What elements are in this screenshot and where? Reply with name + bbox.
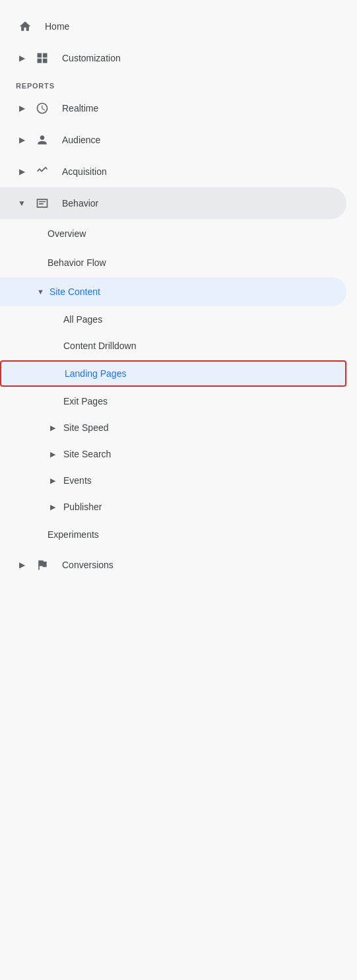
sub-item-exit-pages[interactable]: Exit Pages <box>0 388 346 414</box>
sub-item-events[interactable]: ▶ Events <box>0 467 346 494</box>
site-content-label: Site Content <box>49 286 100 297</box>
nav-item-acquisition[interactable]: ▶ Acquisition <box>0 156 346 187</box>
conversions-icon <box>33 556 51 574</box>
behavior-icon <box>33 194 51 212</box>
sub-item-site-content[interactable]: ▼ Site Content <box>0 277 346 306</box>
nav-item-home[interactable]: Home <box>0 11 346 42</box>
sub-item-all-pages[interactable]: All Pages <box>0 306 346 333</box>
publisher-chevron: ▶ <box>48 502 58 512</box>
navigation: Home ▶ Customization REPORTS ▶ Realtime … <box>0 0 357 591</box>
home-icon <box>16 17 34 36</box>
publisher-label: Publisher <box>63 502 102 512</box>
site-search-chevron: ▶ <box>48 449 58 459</box>
audience-icon <box>33 131 51 149</box>
behavior-flow-label: Behavior Flow <box>48 257 106 268</box>
exit-pages-label: Exit Pages <box>63 396 108 407</box>
nav-item-customization[interactable]: ▶ Customization <box>0 42 346 74</box>
acquisition-icon <box>33 162 51 181</box>
sub-item-landing-pages[interactable]: Landing Pages <box>0 360 346 387</box>
customization-label: Customization <box>62 53 121 63</box>
behavior-chevron: ▼ <box>16 197 28 209</box>
events-chevron: ▶ <box>48 475 58 486</box>
events-label: Events <box>63 475 92 486</box>
behavior-label: Behavior <box>62 198 98 209</box>
conversions-label: Conversions <box>62 560 114 570</box>
nav-item-audience[interactable]: ▶ Audience <box>0 124 346 156</box>
overview-label: Overview <box>48 228 86 239</box>
sub-item-publisher[interactable]: ▶ Publisher <box>0 494 346 520</box>
experiments-label: Experiments <box>48 529 99 540</box>
nav-item-behavior[interactable]: ▼ Behavior <box>0 187 346 219</box>
site-content-chevron: ▼ <box>37 288 44 296</box>
nav-item-realtime[interactable]: ▶ Realtime <box>0 92 346 124</box>
nav-item-conversions[interactable]: ▶ Conversions <box>0 549 346 581</box>
audience-label: Audience <box>62 135 100 145</box>
home-label: Home <box>45 21 69 32</box>
all-pages-label: All Pages <box>63 314 102 325</box>
sub-item-content-drilldown[interactable]: Content Drilldown <box>0 333 346 359</box>
site-speed-label: Site Speed <box>63 422 109 433</box>
site-speed-chevron: ▶ <box>48 422 58 433</box>
content-drilldown-label: Content Drilldown <box>63 341 137 351</box>
customization-chevron: ▶ <box>16 52 28 64</box>
acquisition-label: Acquisition <box>62 166 107 177</box>
sub-item-behavior-flow[interactable]: Behavior Flow <box>0 248 346 277</box>
realtime-icon <box>33 99 51 117</box>
reports-section-label: REPORTS <box>0 74 357 92</box>
sub-item-site-speed[interactable]: ▶ Site Speed <box>0 414 346 441</box>
site-search-label: Site Search <box>63 449 111 459</box>
realtime-chevron: ▶ <box>16 102 28 114</box>
sub-item-site-search[interactable]: ▶ Site Search <box>0 441 346 467</box>
acquisition-chevron: ▶ <box>16 166 28 178</box>
audience-chevron: ▶ <box>16 134 28 146</box>
sub-item-experiments[interactable]: Experiments <box>0 520 346 549</box>
conversions-chevron: ▶ <box>16 559 28 571</box>
sub-item-overview[interactable]: Overview <box>0 219 346 248</box>
realtime-label: Realtime <box>62 103 98 114</box>
customization-icon <box>33 49 51 67</box>
landing-pages-label: Landing Pages <box>65 368 126 379</box>
